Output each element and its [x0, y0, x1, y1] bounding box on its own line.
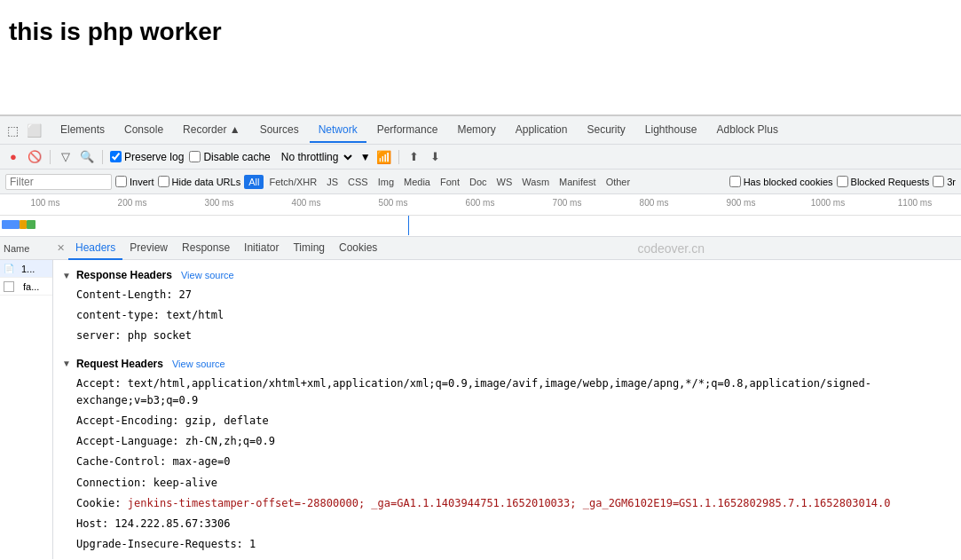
- detail-tab-response[interactable]: Response: [175, 237, 237, 260]
- record-button[interactable]: ●: [5, 149, 21, 165]
- col-name: Name: [4, 243, 57, 254]
- hide-data-urls-label[interactable]: Hide data URLs: [158, 176, 241, 187]
- ruler-300ms: 300 ms: [176, 198, 263, 208]
- filter-type-css[interactable]: CSS: [343, 175, 373, 189]
- request-view-source[interactable]: View source: [172, 359, 225, 369]
- request-list-col: 📄 1... fa...: [0, 260, 53, 559]
- request-row-1-label: 1...: [21, 264, 35, 274]
- resp-header-content-length: Content-Length: 27: [62, 285, 952, 305]
- tab-security[interactable]: Security: [578, 118, 634, 143]
- filter-type-media[interactable]: Media: [399, 175, 435, 189]
- devtools-panel: ⬚ ⬜ Elements Console Recorder ▲ Sources …: [0, 115, 961, 559]
- filter-type-fetch[interactable]: Fetch/XHR: [264, 175, 321, 189]
- response-headers-toggle: ▼: [62, 271, 71, 280]
- filter-type-doc[interactable]: Doc: [465, 175, 492, 189]
- download-icon[interactable]: ⬇: [428, 149, 444, 165]
- timeline-requests: [0, 216, 961, 235]
- preserve-log-checkbox[interactable]: [110, 151, 122, 162]
- ruler-100ms: 100 ms: [2, 198, 89, 208]
- tab-console[interactable]: Console: [115, 118, 172, 143]
- blocked-requests-label[interactable]: Blocked Requests: [837, 176, 930, 187]
- ruler-900ms: 900 ms: [697, 198, 784, 208]
- hide-data-urls-checkbox[interactable]: [158, 176, 169, 187]
- detail-tab-initiator[interactable]: Initiator: [237, 237, 286, 260]
- search-icon[interactable]: 🔍: [79, 149, 95, 165]
- 3r-checkbox[interactable]: [933, 176, 944, 187]
- ruler-400ms: 400 ms: [263, 198, 350, 208]
- req-header-upgrade-insecure: Upgrade-Insecure-Requests: 1: [62, 534, 952, 555]
- filter-type-other[interactable]: Other: [602, 175, 635, 189]
- request-row-fa[interactable]: fa...: [0, 278, 52, 296]
- detail-tab-preview[interactable]: Preview: [122, 237, 175, 260]
- wifi-icon: 📶: [376, 150, 391, 164]
- ruler-1000ms: 1000 ms: [784, 198, 871, 208]
- req-bar-orange: [20, 220, 27, 229]
- ruler-800ms: 800 ms: [610, 198, 697, 208]
- has-blocked-cookies-checkbox[interactable]: [729, 176, 741, 187]
- filter-input[interactable]: [10, 176, 98, 188]
- page-content: this is php worker: [0, 0, 961, 115]
- tab-memory[interactable]: Memory: [448, 118, 504, 143]
- resp-header-content-type: content-type: text/html: [62, 305, 952, 326]
- filter-type-ws[interactable]: WS: [492, 175, 517, 189]
- request-headers-title: Request Headers: [76, 358, 163, 370]
- req-header-host: Host: 124.222.85.67:3306: [62, 514, 952, 534]
- throttle-arrow: ▼: [360, 151, 371, 163]
- req-header-cache-control: Cache-Control: max-age=0: [62, 452, 952, 472]
- blocked-requests-checkbox[interactable]: [837, 176, 848, 187]
- filter-type-font[interactable]: Font: [436, 175, 464, 189]
- watermark: codeover.cn: [384, 241, 957, 256]
- tab-adblock[interactable]: Adblock Plus: [708, 118, 787, 143]
- page-title: this is php worker: [9, 18, 952, 46]
- tab-network[interactable]: Network: [310, 118, 366, 143]
- filter-types: All Fetch/XHR JS CSS Img Media Font Doc …: [244, 175, 634, 189]
- detail-tab-cookies[interactable]: Cookies: [332, 237, 384, 260]
- clear-button[interactable]: 🚫: [27, 149, 43, 165]
- 3r-label[interactable]: 3r: [933, 176, 956, 187]
- ruler-600ms: 600 ms: [437, 198, 524, 208]
- detail-close-btn[interactable]: ✕: [57, 242, 65, 254]
- disable-cache-label[interactable]: Disable cache: [189, 151, 270, 163]
- response-view-source[interactable]: View source: [181, 270, 234, 280]
- tab-application[interactable]: Application: [507, 118, 577, 143]
- tab-lighthouse[interactable]: Lighthouse: [636, 118, 706, 143]
- disable-cache-checkbox[interactable]: [189, 151, 201, 162]
- tab-performance[interactable]: Performance: [368, 118, 447, 143]
- filter-type-js[interactable]: JS: [322, 175, 343, 189]
- tab-recorder[interactable]: Recorder ▲: [174, 118, 249, 143]
- inspect-icon[interactable]: ⬚: [4, 122, 21, 139]
- section-divider: [62, 347, 952, 354]
- filter-type-wasm[interactable]: Wasm: [517, 175, 554, 189]
- detail-tab-headers[interactable]: Headers: [68, 237, 122, 260]
- filter-input-wrap: [5, 174, 112, 190]
- preserve-log-label[interactable]: Preserve log: [110, 151, 184, 163]
- response-headers-title: Response Headers: [76, 269, 172, 281]
- invert-checkbox[interactable]: [115, 176, 127, 187]
- timeline-bar: 100 ms 200 ms 300 ms 400 ms 500 ms 600 m…: [0, 194, 961, 237]
- response-headers-section[interactable]: ▼ Response Headers View source: [62, 265, 952, 285]
- request-row-1[interactable]: 📄 1...: [0, 260, 52, 278]
- request-headers-toggle: ▼: [62, 359, 71, 368]
- tab-elements[interactable]: Elements: [51, 118, 114, 143]
- request-headers-section[interactable]: ▼ Request Headers View source: [62, 354, 952, 374]
- tab-sources[interactable]: Sources: [251, 118, 308, 143]
- filter-type-manifest[interactable]: Manifest: [555, 175, 601, 189]
- upload-icon[interactable]: ⬆: [406, 149, 422, 165]
- filter-type-img[interactable]: Img: [374, 175, 398, 189]
- network-toolbar: ● 🚫 ▽ 🔍 Preserve log Disable cache No th…: [0, 145, 961, 170]
- req-header-cookie: Cookie: jenkins-timestamper-offset=-2880…: [62, 493, 952, 514]
- req-header-connection: Connection: keep-alive: [62, 473, 952, 493]
- devtools-icons: ⬚ ⬜: [4, 122, 43, 139]
- has-blocked-cookies-label[interactable]: Has blocked cookies: [729, 176, 833, 187]
- toolbar-sep-3: [398, 150, 399, 164]
- invert-label[interactable]: Invert: [115, 176, 154, 187]
- req-bar-blue: [2, 220, 20, 229]
- filter-icon[interactable]: ▽: [58, 149, 74, 165]
- throttle-select[interactable]: No throttling Fast 3G Slow 3G: [276, 150, 355, 164]
- filter-type-all[interactable]: All: [244, 175, 264, 189]
- lower-panel: Name ✕ Headers Preview Response Initiato…: [0, 237, 961, 559]
- detail-tab-timing[interactable]: Timing: [286, 237, 332, 260]
- device-icon[interactable]: ⬜: [25, 122, 43, 139]
- headers-content: ▼ Response Headers View source Content-L…: [53, 260, 961, 559]
- timeline-ruler: 100 ms 200 ms 300 ms 400 ms 500 ms 600 m…: [0, 194, 961, 216]
